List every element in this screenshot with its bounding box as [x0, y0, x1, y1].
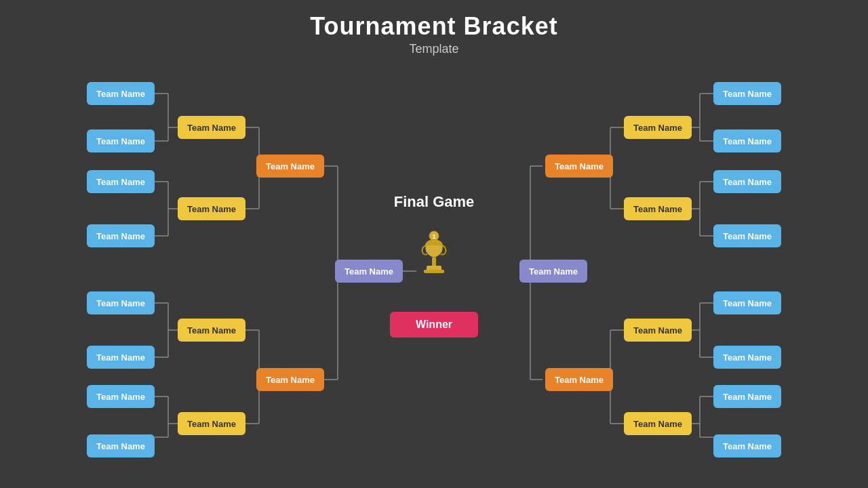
team-l1-r1[interactable]: Team Name: [87, 82, 155, 105]
trophy-icon: 1: [417, 230, 451, 285]
team-r6-r1[interactable]: Team Name: [713, 346, 781, 369]
bracket-container: Team Name Team Name Team Name Team Name …: [0, 58, 868, 488]
team-r2-r2[interactable]: Team Name: [624, 197, 692, 220]
team-l4-r1[interactable]: Team Name: [87, 224, 155, 247]
team-r3-r2[interactable]: Team Name: [624, 319, 692, 342]
team-r4-r1[interactable]: Team Name: [713, 224, 781, 247]
svg-text:1: 1: [432, 233, 435, 240]
team-r2-r3[interactable]: Team Name: [545, 368, 613, 391]
team-l6-r1[interactable]: Team Name: [87, 346, 155, 369]
final-game-label: Final Game: [366, 193, 502, 211]
svg-rect-75: [432, 258, 436, 266]
team-r5-r1[interactable]: Team Name: [713, 291, 781, 314]
team-l2-r3[interactable]: Team Name: [256, 368, 324, 391]
page-title: Tournament Bracket: [0, 12, 868, 41]
team-l1-r3[interactable]: Team Name: [256, 155, 324, 178]
team-l4-r2[interactable]: Team Name: [178, 412, 245, 435]
team-l2-r1[interactable]: Team Name: [87, 129, 155, 152]
page-subtitle: Template: [0, 42, 868, 56]
team-r1-r3[interactable]: Team Name: [545, 155, 613, 178]
team-l8-r1[interactable]: Team Name: [87, 434, 155, 458]
team-r1-r1[interactable]: Team Name: [713, 82, 781, 105]
team-r7-r1[interactable]: Team Name: [713, 385, 781, 408]
team-l2-r2[interactable]: Team Name: [178, 197, 245, 220]
winner-box[interactable]: Winner: [390, 312, 478, 338]
team-l1-r2[interactable]: Team Name: [178, 116, 245, 139]
team-l5-r1[interactable]: Team Name: [87, 291, 155, 314]
team-l7-r1[interactable]: Team Name: [87, 385, 155, 408]
team-l3-r1[interactable]: Team Name: [87, 170, 155, 193]
team-r8-r1[interactable]: Team Name: [713, 434, 781, 458]
team-l-semi[interactable]: Team Name: [335, 260, 403, 283]
team-r-semi[interactable]: Team Name: [519, 260, 587, 283]
team-l3-r2[interactable]: Team Name: [178, 319, 245, 342]
team-r4-r2[interactable]: Team Name: [624, 412, 692, 435]
team-r2-r1[interactable]: Team Name: [713, 129, 781, 152]
team-r1-r2[interactable]: Team Name: [624, 116, 692, 139]
team-r3-r1[interactable]: Team Name: [713, 170, 781, 193]
svg-rect-77: [424, 270, 444, 273]
